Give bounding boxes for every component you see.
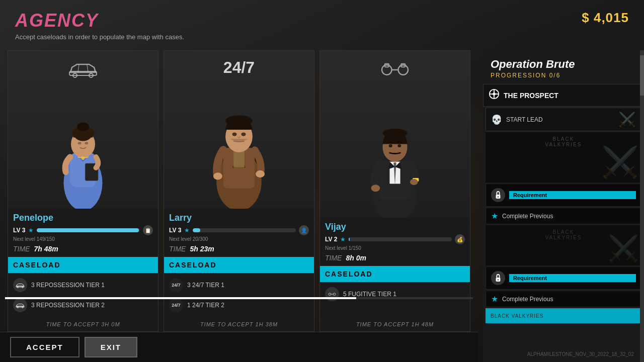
op-complete-1: ★ Complete Previous	[486, 208, 641, 224]
penelope-time-row: TIME 7h 48m	[13, 245, 153, 253]
vijay-time-value: 8h 0m	[346, 254, 366, 262]
portrait-larry: 24/7	[164, 51, 314, 209]
star-icon-1: ★	[491, 211, 498, 221]
right-scrollbar[interactable]	[640, 50, 644, 362]
larry-info: Larry LV 3 ★ 👤 Next level 20/300 TIME 5h…	[164, 209, 314, 257]
larry-caseload-header: CASELOAD	[164, 257, 314, 273]
vijay-level-row: LV 2 ★ 💰	[325, 234, 465, 244]
complete-text-1: Complete Previous	[502, 213, 553, 220]
larry-level-icon: 👤	[299, 225, 309, 235]
svg-point-43	[329, 293, 331, 296]
svg-point-30	[398, 65, 409, 75]
locked-requirement-2: Requirement	[509, 274, 636, 282]
penelope-time-value: 7h 48m	[34, 245, 58, 253]
vijay-caseload-items: 5 FUGITIVE TIER 1	[320, 282, 470, 317]
penelope-level-icon: 📋	[143, 225, 153, 235]
valkyries-section-2: ⚔️ BLACKVALKYRIES	[486, 225, 641, 265]
star-icon-2: ★	[491, 294, 498, 304]
skull-icon: 💀	[491, 114, 502, 125]
svg-line-3	[78, 64, 79, 72]
vijay-level-icon: 💰	[455, 234, 465, 244]
valkyries-logo-1: ⚔️	[618, 111, 636, 128]
penelope-xp-fill	[37, 228, 139, 232]
penelope-time-accept: TIME TO ACCEPT 3H 0M	[8, 317, 158, 331]
svg-point-37	[382, 129, 407, 138]
valkyries-section-1: ⚔️ BLACKVALKYRIES	[486, 132, 641, 183]
svg-point-10	[78, 142, 82, 144]
valkyries-watermark-2: ⚔️	[608, 234, 639, 263]
larry-xp-fill	[193, 228, 200, 232]
penelope-info: Penelope LV 3 ★ 📋 Next level 149/150 TIM…	[8, 209, 158, 257]
list-item: 24/7 3 24/7 TIER 1	[164, 275, 314, 295]
penelope-case-1: 3 REPOSSESSION TIER 1	[31, 282, 105, 289]
vijay-time-accept: TIME TO ACCEPT 1H 48M	[320, 317, 470, 331]
horizontal-scrollbar[interactable]	[5, 297, 473, 299]
larry-time-value: 5h 23m	[190, 245, 214, 253]
agent-card-penelope[interactable]: Penelope LV 3 ★ 📋 Next level 149/150 TIM…	[8, 50, 158, 332]
bottom-bar: ACCEPT EXIT	[0, 332, 478, 362]
accept-button[interactable]: ACCEPT	[10, 337, 79, 357]
larry-level: LV 3	[169, 227, 181, 234]
scrollbar-thumb[interactable]	[5, 297, 356, 299]
vijay-case-1: 5 FUGITIVE TIER 1	[343, 291, 396, 298]
vijay-time-label: TIME	[325, 254, 342, 262]
money-display: $ 4,015	[582, 10, 629, 26]
exit-button[interactable]: EXIT	[85, 337, 137, 357]
progression-value: 0/6	[549, 72, 561, 79]
larry-character	[189, 78, 289, 209]
svg-point-13	[82, 156, 85, 160]
prospect-title: THE PROSPECT	[504, 92, 558, 100]
portrait-penelope	[8, 51, 158, 209]
larry-case-1: 3 24/7 TIER 1	[187, 282, 224, 289]
svg-point-29	[382, 65, 392, 75]
svg-point-42	[410, 179, 418, 185]
larry-caseload-items: 24/7 3 24/7 TIER 1 24/7 1 24/7 TIER 2	[164, 273, 314, 317]
start-lead-label: START LEAD	[506, 116, 543, 123]
portrait-vijay	[320, 51, 470, 218]
page-title: AGENCY	[15, 10, 629, 31]
compass-icon	[489, 88, 500, 102]
svg-line-4	[87, 64, 88, 72]
op-locked-1: Requirement	[486, 184, 641, 207]
svg-point-52	[498, 279, 499, 281]
page-subtitle: Accept caseloads in order to populate th…	[15, 33, 629, 41]
right-scroll-thumb[interactable]	[640, 55, 644, 96]
larry-xp-bar	[193, 228, 296, 232]
op-start-lead[interactable]: 💀 START LEAD ⚔️	[486, 108, 641, 131]
svg-point-50	[498, 196, 499, 198]
penelope-level-row: LV 3 ★ 📋	[13, 225, 153, 235]
penelope-time-label: TIME	[13, 245, 30, 253]
penelope-level: LV 3	[13, 227, 25, 234]
op-bottom-item: BLACK VALKYRIES	[486, 308, 641, 323]
repo-icon-1	[13, 278, 27, 292]
svg-point-28	[256, 170, 265, 177]
vijay-caseload: CASELOAD 5 FUGITIVE TIER 1	[320, 266, 470, 317]
svg-point-25	[232, 132, 237, 136]
vijay-info: Vijay LV 2 ★ 💰 Next level 1/150 TIME 8h …	[320, 218, 470, 266]
lock-icon-1	[491, 188, 505, 202]
svg-point-26	[241, 132, 246, 136]
valkyries-watermark-1: ⚔️	[601, 144, 639, 180]
main-content: Penelope LV 3 ★ 📋 Next level 149/150 TIM…	[0, 50, 478, 332]
svg-point-48	[493, 93, 496, 96]
larry-level-row: LV 3 ★ 👤	[169, 225, 309, 235]
agent-card-vijay[interactable]: Vijay LV 2 ★ 💰 Next level 1/150 TIME 8h …	[319, 50, 470, 332]
penelope-caseload: CASELOAD 3 REPOSSESSION TIER 1	[8, 257, 158, 317]
vijay-star: ★	[340, 236, 346, 243]
agents-row: Penelope LV 3 ★ 📋 Next level 149/150 TIM…	[0, 50, 478, 332]
lock-icon-2	[491, 271, 505, 285]
operation-title: Operation Brute	[491, 58, 636, 71]
penelope-xp-bar	[37, 228, 140, 232]
version-text: ALPHAMILESTONE_NOV_30_2022_18_32_02	[527, 351, 634, 357]
repo-icon-2	[13, 298, 27, 312]
list-item: 5 FUGITIVE TIER 1	[320, 284, 470, 304]
op-item-prospect: THE PROSPECT	[483, 84, 644, 107]
larry-case-2: 1 24/7 TIER 2	[187, 302, 224, 309]
vijay-caseload-header: CASELOAD	[320, 266, 470, 282]
agent-card-larry[interactable]: 24/7	[164, 50, 314, 332]
penelope-star: ★	[28, 227, 34, 234]
svg-point-44	[333, 293, 336, 296]
operation-progression: PROGRESSION 0/6	[491, 72, 636, 79]
penelope-name: Penelope	[13, 213, 153, 223]
vijay-xp-fill	[349, 237, 350, 241]
